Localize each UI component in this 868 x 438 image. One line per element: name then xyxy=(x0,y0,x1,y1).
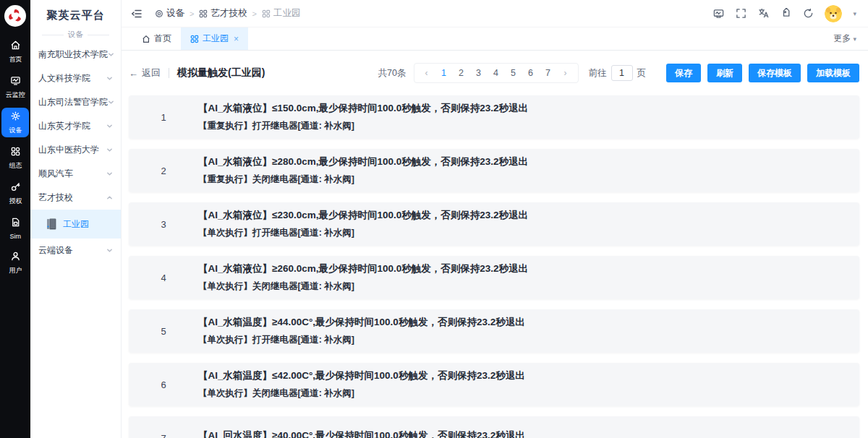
more-dropdown[interactable]: 更多 ▾ xyxy=(833,33,856,45)
tab-home[interactable]: 首页 xyxy=(132,27,181,50)
translate-icon[interactable] xyxy=(757,8,769,20)
rule-row[interactable]: 1 【AI_水箱液位】≤150.0cm,最少保持时间100.0秒触发，否则保持2… xyxy=(129,95,859,139)
breadcrumb-separator: > xyxy=(252,9,256,18)
breadcrumb: 设备 > 艺才技校 > 工业园 xyxy=(155,7,300,20)
rail-item-home[interactable]: 首页 xyxy=(1,37,29,66)
sidebar-item-org[interactable]: 山东司法警官学院 xyxy=(30,90,121,114)
rule-condition: 【AI_回水温度】≥40.00C°,最少保持时间100.0秒触发，否则保持23.… xyxy=(198,429,525,438)
action-buttons: 保存 刷新 保存模板 加载模板 xyxy=(666,64,859,82)
chevron-down-icon xyxy=(106,123,113,129)
rule-row[interactable]: 7 【AI_回水温度】≥40.00C°,最少保持时间100.0秒触发，否则保持2… xyxy=(129,416,859,438)
save-button[interactable]: 保存 xyxy=(666,64,701,82)
chevron-down-icon xyxy=(108,99,114,106)
page-button[interactable]: 2 xyxy=(454,66,469,80)
sidebar-item-industrial-park[interactable]: 工业园 xyxy=(30,210,121,239)
rail-item-sim[interactable]: Sim xyxy=(1,214,29,242)
rail-label: 云监控 xyxy=(5,90,25,99)
chevron-down-icon xyxy=(106,247,113,254)
sidebar-item-cloud-devices[interactable]: 云端设备 xyxy=(30,239,121,262)
rail-label: 组态 xyxy=(9,161,22,170)
sim-card-icon xyxy=(10,217,21,231)
next-page-button[interactable]: › xyxy=(558,68,574,78)
rail-item-authorize[interactable]: 授权 xyxy=(1,179,29,208)
grid-icon xyxy=(10,146,21,160)
sidebar-item-org[interactable]: 人文科技学院 xyxy=(30,66,121,90)
rule-row[interactable]: 3 【AI_水箱液位】≤230.0cm,最少保持时间100.0秒触发，否则保持2… xyxy=(129,202,859,246)
rail-label: 授权 xyxy=(9,197,22,205)
rule-number: 7 xyxy=(129,433,198,438)
refresh-button[interactable]: 刷新 xyxy=(707,64,742,82)
rule-action: 【单次执行】打开继电器[通道: 补水阀] xyxy=(198,334,525,346)
breadcrumb-separator: > xyxy=(190,9,194,18)
sidebar-item-org-expanded[interactable]: 艺才技校 xyxy=(30,186,121,210)
rule-row[interactable]: 6 【AI_水箱温度】≤42.00C°,最少保持时间100.0秒触发，否则保持2… xyxy=(129,363,859,406)
rule-number: 5 xyxy=(129,326,198,337)
tab-bar: 首页 工业园 × 更多 ▾ xyxy=(122,27,868,51)
rule-condition: 【AI_水箱温度】≥44.00C°,最少保持时间100.0秒触发，否则保持23.… xyxy=(198,316,525,329)
main-panel: ← 返回 模拟量触发(工业园) 共70条 ‹ 1 2 3 4 5 6 7 xyxy=(122,51,868,438)
group-grid-icon xyxy=(190,35,199,43)
chevron-down-icon xyxy=(106,171,113,177)
rule-condition: 【AI_水箱液位】≤150.0cm,最少保持时间100.0秒触发，否则保持23.… xyxy=(198,102,528,115)
refresh-icon[interactable] xyxy=(802,8,814,20)
fullscreen-icon[interactable] xyxy=(735,8,746,20)
chevron-down-icon[interactable]: ▾ xyxy=(853,10,856,17)
page-button[interactable]: 5 xyxy=(506,66,522,80)
rule-number: 4 xyxy=(129,272,198,283)
key-icon xyxy=(10,181,21,195)
rail-item-scada[interactable]: 组态 xyxy=(1,143,29,173)
home-icon xyxy=(142,35,150,43)
page-title: 模拟量触发(工业园) xyxy=(177,66,265,80)
breadcrumb-item-school[interactable]: 艺才技校 xyxy=(199,7,247,20)
rule-action: 【单次执行】关闭继电器[通道: 补水阀] xyxy=(198,280,528,293)
group-grid-icon xyxy=(262,9,271,18)
rule-condition: 【AI_水箱液位】≥260.0cm,最少保持时间100.0秒触发，否则保持23.… xyxy=(198,262,528,275)
rule-row[interactable]: 5 【AI_水箱温度】≥44.00C°,最少保持时间100.0秒触发，否则保持2… xyxy=(129,309,859,353)
rule-number: 2 xyxy=(129,166,198,176)
total-count: 共70条 xyxy=(378,67,407,80)
breadcrumb-item-industrial-park[interactable]: 工业园 xyxy=(262,7,301,20)
top-bar: 设备 > 艺才技校 > 工业园 xyxy=(122,0,868,27)
tab-industrial-park[interactable]: 工业园 × xyxy=(181,27,248,50)
sidebar-item-org[interactable]: 顺风汽车 xyxy=(30,162,121,186)
app-window: 首页 云监控 设备 组态 授权 Sim 用户 聚英云平台 设备 xyxy=(0,0,868,438)
home-icon xyxy=(10,40,21,53)
rule-condition: 【AI_水箱液位】≥280.0cm,最少保持时间100.0秒触发，否则保持23.… xyxy=(198,155,528,168)
rail-item-devices[interactable]: 设备 xyxy=(1,108,29,137)
sidebar-item-org[interactable]: 南充职业技术学院 xyxy=(30,43,121,66)
rule-action: 【重复执行】关闭继电器[通道: 补水阀] xyxy=(198,173,528,186)
breadcrumb-item-devices[interactable]: 设备 xyxy=(155,7,184,20)
content-column: 设备 > 艺才技校 > 工业园 xyxy=(122,0,868,438)
goto-page-input[interactable] xyxy=(611,65,633,81)
page-button[interactable]: 3 xyxy=(471,66,487,80)
page-button[interactable]: 1 xyxy=(436,66,452,80)
rule-action: 【单次执行】关闭继电器[通道: 补水阀] xyxy=(198,387,525,400)
chevron-down-icon xyxy=(108,51,114,58)
rule-row[interactable]: 2 【AI_水箱液位】≥280.0cm,最少保持时间100.0秒触发，否则保持2… xyxy=(129,149,859,192)
prev-page-button[interactable]: ‹ xyxy=(419,68,435,78)
rule-number: 3 xyxy=(129,219,198,230)
page-button[interactable]: 6 xyxy=(523,66,539,80)
menu-fold-icon[interactable] xyxy=(131,8,142,20)
toolbar: ← 返回 模拟量触发(工业园) 共70条 ‹ 1 2 3 4 5 6 7 xyxy=(129,63,859,83)
chevron-up-icon xyxy=(106,194,113,201)
avatar[interactable] xyxy=(825,5,842,22)
page-button[interactable]: 7 xyxy=(540,66,556,80)
sidebar-item-org[interactable]: 山东中医药大学 xyxy=(30,138,121,162)
tag-icon[interactable] xyxy=(780,8,791,20)
dashboard-icon[interactable] xyxy=(712,8,724,20)
page-button[interactable]: 4 xyxy=(488,66,504,80)
back-button[interactable]: ← 返回 xyxy=(129,66,161,80)
chevron-down-icon xyxy=(106,75,113,82)
rail-item-users[interactable]: 用户 xyxy=(1,248,29,278)
rail-item-cloud-monitor[interactable]: 云监控 xyxy=(1,72,29,102)
save-template-button[interactable]: 保存模板 xyxy=(749,64,801,82)
rule-number: 6 xyxy=(129,379,198,390)
brand-logo[interactable] xyxy=(4,5,26,27)
user-icon xyxy=(10,251,21,265)
rail-label: 设备 xyxy=(9,126,22,134)
close-tab-icon[interactable]: × xyxy=(234,34,239,44)
load-template-button[interactable]: 加载模板 xyxy=(807,64,859,82)
sidebar-item-org[interactable]: 山东英才学院 xyxy=(30,114,121,138)
rule-row[interactable]: 4 【AI_水箱液位】≥260.0cm,最少保持时间100.0秒触发，否则保持2… xyxy=(129,256,859,299)
